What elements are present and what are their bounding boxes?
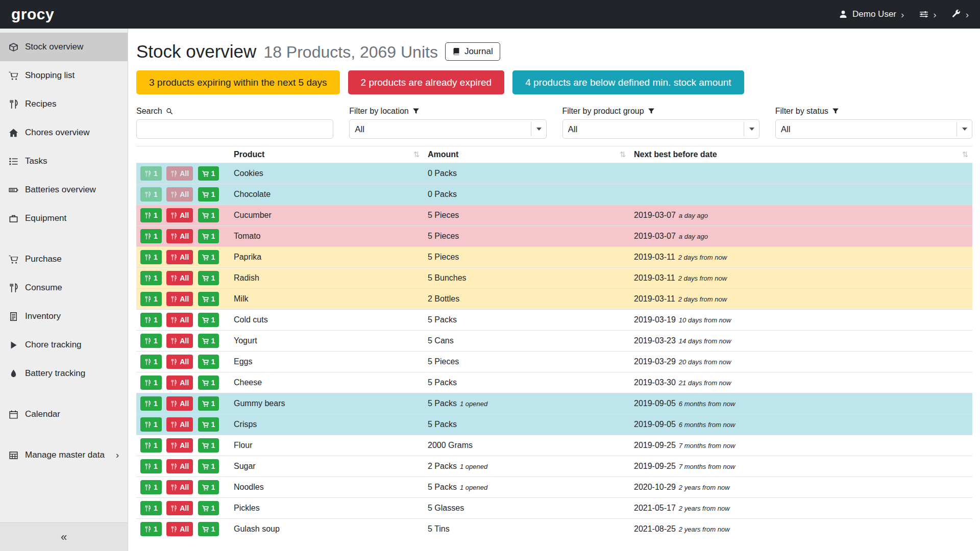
add-to-shopping-list-button[interactable]: 1 bbox=[198, 313, 219, 327]
journal-button[interactable]: Journal bbox=[445, 42, 500, 61]
sidebar-item-battery-tracking[interactable]: Battery tracking bbox=[0, 359, 128, 388]
search-input[interactable] bbox=[136, 119, 333, 139]
consume-one-button[interactable]: 1 bbox=[140, 396, 162, 411]
settings-menu[interactable]: › bbox=[919, 10, 936, 19]
consume-one-button[interactable]: 1 bbox=[140, 417, 162, 432]
row-menu-button[interactable]: ⋮ bbox=[224, 188, 230, 201]
row-menu-button[interactable]: ⋮ bbox=[224, 314, 230, 326]
expired-products-pill[interactable]: 2 products are already expired bbox=[348, 70, 505, 94]
sort-icon[interactable]: ⇅ bbox=[413, 150, 420, 159]
expiring-products-pill[interactable]: 3 products expiring within the next 5 da… bbox=[136, 70, 340, 94]
consume-one-button[interactable]: 1 bbox=[140, 522, 162, 536]
consume-all-button[interactable]: All bbox=[166, 396, 193, 411]
sidebar-item-calendar[interactable]: Calendar bbox=[0, 400, 128, 429]
consume-one-button[interactable]: 1 bbox=[140, 229, 162, 243]
add-to-shopping-list-button[interactable]: 1 bbox=[198, 522, 219, 536]
sidebar-item-purchase[interactable]: Purchase bbox=[0, 245, 128, 273]
consume-all-button[interactable]: All bbox=[166, 187, 193, 202]
row-menu-button[interactable]: ⋮ bbox=[224, 335, 230, 347]
row-menu-button[interactable]: ⋮ bbox=[224, 272, 230, 284]
user-menu[interactable]: Demo User › bbox=[839, 9, 904, 19]
consume-one-button[interactable]: 1 bbox=[140, 187, 162, 202]
row-menu-button[interactable]: ⋮ bbox=[224, 460, 230, 472]
sidebar-item-manage-master-data[interactable]: Manage master data › bbox=[0, 441, 128, 469]
add-to-shopping-list-button[interactable]: 1 bbox=[198, 229, 219, 243]
add-to-shopping-list-button[interactable]: 1 bbox=[198, 417, 219, 432]
sidebar-item-shopping-list[interactable]: Shopping list bbox=[0, 61, 128, 90]
add-to-shopping-list-button[interactable]: 1 bbox=[198, 375, 219, 390]
add-to-shopping-list-button[interactable]: 1 bbox=[198, 480, 219, 494]
add-to-shopping-list-button[interactable]: 1 bbox=[198, 292, 219, 306]
consume-one-button[interactable]: 1 bbox=[140, 334, 162, 348]
add-to-shopping-list-button[interactable]: 1 bbox=[198, 355, 219, 369]
add-to-shopping-list-button[interactable]: 1 bbox=[198, 271, 219, 285]
consume-all-button[interactable]: All bbox=[166, 522, 193, 536]
row-menu-button[interactable]: ⋮ bbox=[224, 293, 230, 305]
sidebar-item-batteries-overview[interactable]: Batteries overview bbox=[0, 176, 128, 204]
sort-icon[interactable]: ⇅ bbox=[619, 150, 626, 159]
below-min-stock-pill[interactable]: 4 products are below defined min. stock … bbox=[512, 70, 744, 94]
consume-all-button[interactable]: All bbox=[166, 166, 193, 181]
row-menu-button[interactable]: ⋮ bbox=[224, 418, 230, 431]
add-to-shopping-list-button[interactable]: 1 bbox=[198, 166, 219, 181]
sidebar-item-chores-overview[interactable]: Chores overview bbox=[0, 118, 128, 147]
consume-one-button[interactable]: 1 bbox=[140, 313, 162, 327]
consume-all-button[interactable]: All bbox=[166, 334, 193, 348]
row-menu-button[interactable]: ⋮ bbox=[224, 230, 230, 242]
product-group-select[interactable]: All bbox=[562, 119, 760, 139]
consume-all-button[interactable]: All bbox=[166, 501, 193, 515]
add-to-shopping-list-button[interactable]: 1 bbox=[198, 501, 219, 515]
row-menu-button[interactable]: ⋮ bbox=[224, 251, 230, 263]
sidebar-item-tasks[interactable]: Tasks bbox=[0, 147, 128, 176]
date-column-header[interactable]: Next best before date ⇅ bbox=[630, 146, 972, 163]
consume-one-button[interactable]: 1 bbox=[140, 208, 162, 222]
add-to-shopping-list-button[interactable]: 1 bbox=[198, 396, 219, 411]
consume-one-button[interactable]: 1 bbox=[140, 355, 162, 369]
consume-all-button[interactable]: All bbox=[166, 292, 193, 306]
amount-column-header[interactable]: Amount ⇅ bbox=[424, 146, 630, 163]
consume-one-button[interactable]: 1 bbox=[140, 459, 162, 473]
consume-all-button[interactable]: All bbox=[166, 480, 193, 494]
status-select[interactable]: All bbox=[775, 119, 972, 139]
row-menu-button[interactable]: ⋮ bbox=[224, 502, 230, 514]
sidebar-item-recipes[interactable]: Recipes bbox=[0, 90, 128, 118]
consume-one-button[interactable]: 1 bbox=[140, 480, 162, 494]
sidebar-item-chore-tracking[interactable]: Chore tracking bbox=[0, 331, 128, 359]
sidebar-item-inventory[interactable]: Inventory bbox=[0, 302, 128, 331]
add-to-shopping-list-button[interactable]: 1 bbox=[198, 250, 219, 264]
row-menu-button[interactable]: ⋮ bbox=[224, 356, 230, 368]
consume-one-button[interactable]: 1 bbox=[140, 375, 162, 390]
admin-menu[interactable]: › bbox=[952, 10, 969, 19]
consume-all-button[interactable]: All bbox=[166, 438, 193, 453]
sidebar-item-equipment[interactable]: Equipment bbox=[0, 204, 128, 233]
consume-all-button[interactable]: All bbox=[166, 229, 193, 243]
consume-all-button[interactable]: All bbox=[166, 417, 193, 432]
consume-one-button[interactable]: 1 bbox=[140, 250, 162, 264]
product-column-header[interactable]: Product ⇅ bbox=[230, 146, 424, 163]
consume-one-button[interactable]: 1 bbox=[140, 292, 162, 306]
add-to-shopping-list-button[interactable]: 1 bbox=[198, 459, 219, 473]
add-to-shopping-list-button[interactable]: 1 bbox=[198, 208, 219, 222]
row-menu-button[interactable]: ⋮ bbox=[224, 377, 230, 389]
add-to-shopping-list-button[interactable]: 1 bbox=[198, 187, 219, 202]
consume-one-button[interactable]: 1 bbox=[140, 438, 162, 453]
consume-all-button[interactable]: All bbox=[166, 459, 193, 473]
add-to-shopping-list-button[interactable]: 1 bbox=[198, 438, 219, 453]
row-menu-button[interactable]: ⋮ bbox=[224, 209, 230, 221]
consume-one-button[interactable]: 1 bbox=[140, 166, 162, 181]
app-logo[interactable]: grocy bbox=[11, 6, 54, 23]
sidebar-collapse-button[interactable]: « bbox=[0, 522, 128, 551]
row-menu-button[interactable]: ⋮ bbox=[224, 523, 230, 535]
consume-all-button[interactable]: All bbox=[166, 250, 193, 264]
row-menu-button[interactable]: ⋮ bbox=[224, 439, 230, 452]
location-select[interactable]: All bbox=[349, 119, 546, 139]
row-menu-button[interactable]: ⋮ bbox=[224, 481, 230, 493]
consume-one-button[interactable]: 1 bbox=[140, 271, 162, 285]
row-menu-button[interactable]: ⋮ bbox=[224, 397, 230, 410]
consume-all-button[interactable]: All bbox=[166, 271, 193, 285]
consume-all-button[interactable]: All bbox=[166, 355, 193, 369]
row-menu-button[interactable]: ⋮ bbox=[224, 167, 230, 180]
consume-all-button[interactable]: All bbox=[166, 313, 193, 327]
sort-icon[interactable]: ⇅ bbox=[962, 150, 968, 159]
consume-one-button[interactable]: 1 bbox=[140, 501, 162, 515]
